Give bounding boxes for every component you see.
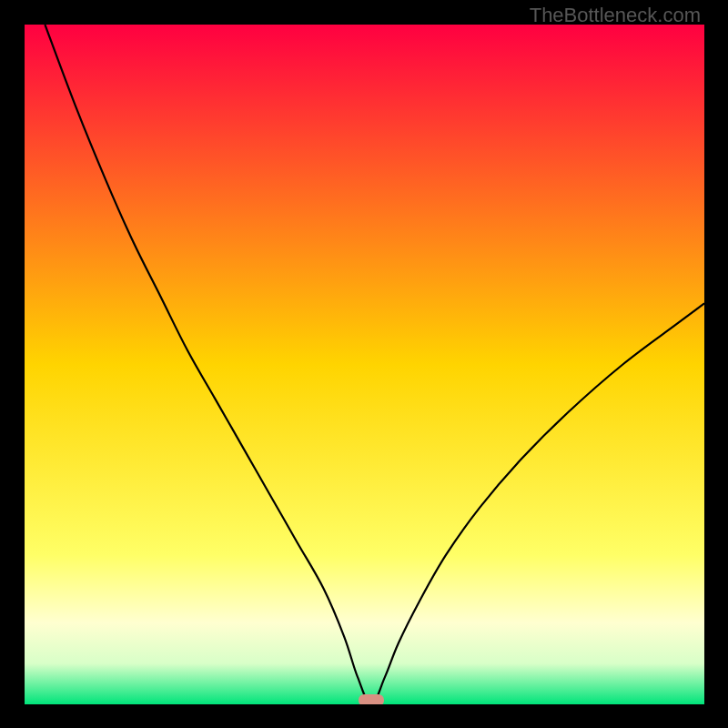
- watermark-text: TheBottleneck.com: [530, 4, 701, 27]
- plot-area: [25, 25, 704, 704]
- gradient-background: [25, 25, 704, 704]
- chart-frame: TheBottleneck.com: [0, 0, 728, 728]
- minimum-marker: [359, 694, 384, 704]
- chart-svg: [25, 25, 704, 704]
